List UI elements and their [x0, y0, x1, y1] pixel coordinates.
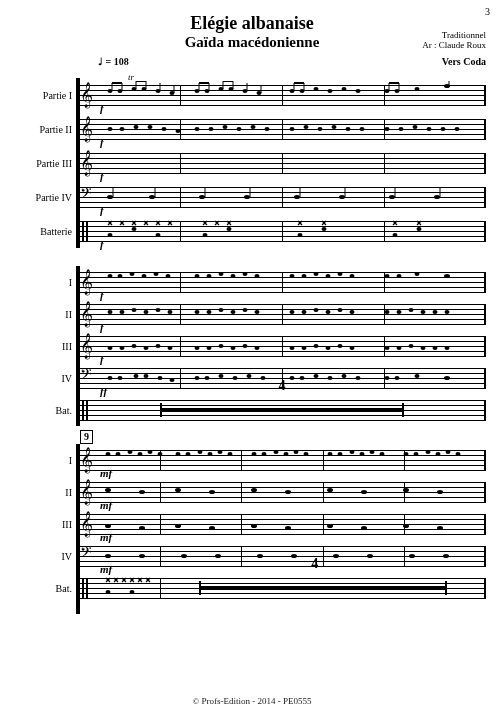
svg-point-204	[314, 374, 319, 378]
part-label-2: Partie II	[18, 124, 78, 135]
arranger-text: Ar : Claude Roux	[422, 40, 486, 50]
svg-point-241	[456, 452, 461, 456]
svg-point-45	[108, 127, 113, 131]
svg-point-138	[385, 274, 390, 278]
svg-point-48	[148, 125, 153, 129]
part-label-s2-3: III	[18, 341, 78, 352]
staff-s2-1: I 𝄞 f	[18, 266, 486, 298]
svg-point-251	[437, 490, 443, 494]
svg-point-254	[175, 524, 181, 528]
part-label-bat: Batterie	[18, 226, 78, 237]
staff-s3-1: I 𝄞 mf	[18, 444, 486, 476]
notes-partie-1	[92, 81, 472, 109]
rehearsal-mark-9: 9	[80, 430, 93, 444]
notes-s2-3	[92, 332, 472, 360]
svg-point-69	[107, 195, 113, 199]
svg-point-269	[367, 554, 373, 558]
svg-point-139	[397, 274, 402, 278]
svg-point-243	[139, 490, 145, 494]
staff-partie-2: Partie II 𝄞 f	[18, 112, 486, 146]
svg-point-268	[333, 554, 339, 558]
svg-point-215	[138, 452, 143, 456]
svg-point-134	[314, 272, 319, 276]
svg-point-201	[261, 376, 266, 380]
svg-point-52	[209, 127, 214, 131]
svg-point-255	[209, 526, 215, 530]
notes-s2-2	[92, 300, 472, 328]
svg-point-214	[128, 450, 133, 454]
svg-point-154	[290, 310, 295, 314]
staff-partie-3: Partie III 𝄞 f	[18, 146, 486, 180]
svg-point-171	[168, 346, 173, 350]
svg-point-261	[437, 526, 443, 530]
svg-point-161	[397, 310, 402, 314]
svg-point-181	[326, 346, 331, 350]
svg-point-135	[326, 274, 331, 278]
part-label-s2-bat: Bat.	[18, 405, 78, 416]
staff-s3-4: IV 𝄢 mf	[18, 540, 486, 572]
svg-point-221	[208, 452, 213, 456]
part-label-4: Partie IV	[18, 192, 78, 203]
svg-point-162	[409, 308, 414, 312]
svg-point-146	[156, 308, 161, 312]
tempo-row: ♩ = 108 Vers Coda	[18, 56, 486, 70]
multirest-count: 4	[279, 378, 286, 394]
percussion-clef-icon	[82, 221, 88, 241]
svg-point-189	[445, 346, 450, 350]
svg-point-33	[314, 87, 319, 91]
svg-point-236	[404, 452, 409, 456]
svg-point-264	[181, 554, 187, 558]
svg-point-68	[455, 127, 460, 131]
credits: Traditionnel Ar : Claude Roux	[422, 30, 486, 51]
svg-point-224	[252, 452, 257, 456]
svg-point-130	[243, 272, 248, 276]
svg-point-210	[415, 374, 420, 378]
svg-point-167	[120, 346, 125, 350]
notes-batterie	[92, 217, 472, 245]
svg-point-75	[244, 195, 250, 199]
svg-point-234	[370, 450, 375, 454]
svg-point-246	[251, 488, 257, 492]
svg-point-121	[118, 274, 123, 278]
svg-point-209	[395, 376, 400, 380]
svg-point-156	[314, 308, 319, 312]
svg-point-176	[243, 344, 248, 348]
svg-point-217	[158, 452, 163, 456]
svg-point-206	[342, 374, 347, 378]
svg-point-163	[421, 310, 426, 314]
staff-s3-3: III 𝄞 mf	[18, 508, 486, 540]
staff-partie-4: Partie IV 𝄢	[18, 180, 486, 214]
svg-point-184	[385, 346, 390, 350]
svg-point-58	[304, 125, 309, 129]
svg-point-169	[144, 346, 149, 350]
svg-point-188	[433, 346, 438, 350]
svg-point-79	[339, 195, 345, 199]
svg-point-87	[108, 233, 113, 237]
part-label-s3-2: II	[18, 487, 78, 498]
svg-point-119	[417, 227, 422, 231]
svg-point-207	[356, 376, 361, 380]
svg-point-194	[158, 376, 163, 380]
svg-point-244	[175, 488, 181, 492]
svg-point-252	[105, 524, 111, 528]
composer-text: Traditionnel	[422, 30, 486, 40]
svg-point-220	[198, 450, 203, 454]
staff-s2-bat: Bat. 4	[18, 394, 486, 426]
svg-point-136	[338, 272, 343, 276]
percussion-clef-icon	[82, 578, 88, 598]
svg-point-237	[414, 452, 419, 456]
svg-point-245	[209, 490, 215, 494]
svg-point-247	[285, 490, 291, 494]
staff-partie-1: Partie I 𝄞	[18, 78, 486, 112]
svg-point-284	[106, 590, 111, 594]
footer-copyright: © Profs-Edition - 2014 - PE0555	[0, 696, 504, 706]
svg-point-50	[176, 129, 181, 133]
svg-point-125	[166, 274, 171, 278]
svg-point-285	[130, 590, 135, 594]
svg-point-174	[219, 344, 224, 348]
svg-point-66	[427, 127, 432, 131]
svg-point-170	[156, 344, 161, 348]
part-label-3: Partie III	[18, 158, 78, 169]
svg-point-142	[108, 310, 113, 314]
svg-point-172	[195, 346, 200, 350]
